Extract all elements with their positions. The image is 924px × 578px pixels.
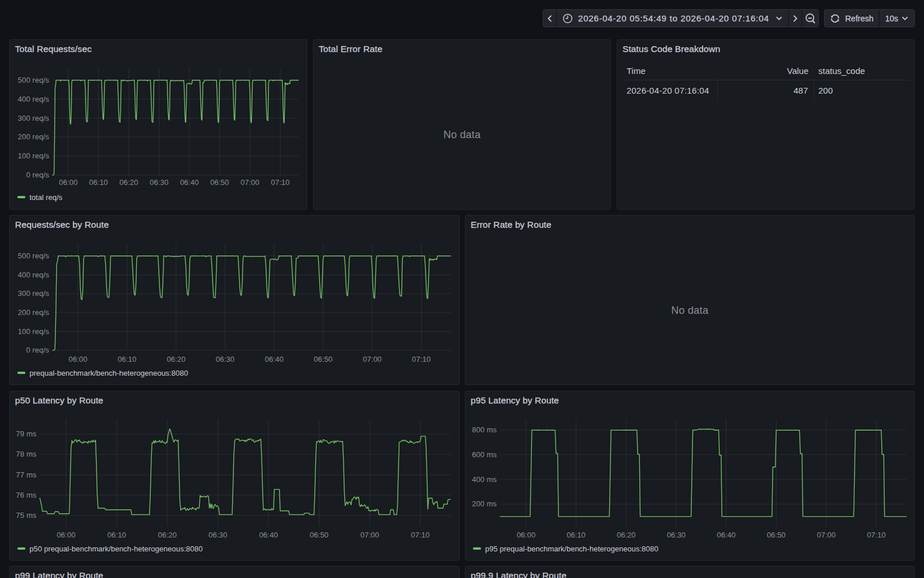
svg-text:06:20: 06:20 bbox=[617, 531, 636, 539]
svg-text:07:10: 07:10 bbox=[412, 355, 431, 364]
svg-text:78 ms: 78 ms bbox=[16, 450, 37, 458]
svg-text:300 req/s: 300 req/s bbox=[18, 289, 50, 298]
svg-text:07:00: 07:00 bbox=[817, 531, 836, 539]
svg-text:06:30: 06:30 bbox=[667, 531, 686, 539]
svg-text:06:50: 06:50 bbox=[767, 531, 786, 539]
svg-text:06:10: 06:10 bbox=[118, 355, 137, 364]
svg-text:76 ms: 76 ms bbox=[16, 491, 37, 499]
svg-text:0 req/s: 0 req/s bbox=[26, 171, 49, 179]
svg-text:06:10: 06:10 bbox=[107, 531, 126, 539]
svg-text:06:00: 06:00 bbox=[69, 355, 88, 364]
svg-text:06:30: 06:30 bbox=[150, 178, 169, 187]
svg-text:75 ms: 75 ms bbox=[16, 511, 37, 520]
svg-text:06:50: 06:50 bbox=[310, 531, 329, 539]
svg-text:100 req/s: 100 req/s bbox=[18, 327, 50, 336]
svg-text:06:10: 06:10 bbox=[567, 531, 586, 539]
svg-text:200 ms: 200 ms bbox=[472, 499, 497, 508]
svg-text:06:40: 06:40 bbox=[180, 178, 199, 187]
svg-text:06:20: 06:20 bbox=[158, 531, 177, 539]
svg-text:0 req/s: 0 req/s bbox=[26, 346, 49, 354]
svg-text:06:40: 06:40 bbox=[264, 355, 284, 364]
svg-text:400 req/s: 400 req/s bbox=[18, 95, 50, 103]
svg-text:06:30: 06:30 bbox=[216, 355, 235, 364]
svg-text:06:40: 06:40 bbox=[717, 531, 736, 539]
svg-text:07:00: 07:00 bbox=[241, 178, 260, 187]
svg-text:07:00: 07:00 bbox=[363, 355, 382, 364]
svg-text:07:10: 07:10 bbox=[411, 531, 430, 539]
svg-text:06:20: 06:20 bbox=[120, 178, 139, 187]
svg-text:06:50: 06:50 bbox=[210, 178, 229, 187]
svg-text:800 ms: 800 ms bbox=[472, 425, 497, 434]
svg-text:500 req/s: 500 req/s bbox=[18, 76, 50, 84]
svg-text:07:10: 07:10 bbox=[271, 178, 290, 187]
svg-text:06:30: 06:30 bbox=[208, 531, 228, 539]
svg-text:200 req/s: 200 req/s bbox=[18, 308, 50, 317]
svg-text:06:40: 06:40 bbox=[259, 531, 278, 539]
svg-text:06:50: 06:50 bbox=[314, 355, 333, 364]
svg-text:300 req/s: 300 req/s bbox=[18, 114, 50, 123]
svg-text:600 ms: 600 ms bbox=[472, 450, 497, 459]
svg-text:06:00: 06:00 bbox=[59, 178, 78, 187]
svg-text:400 req/s: 400 req/s bbox=[18, 271, 50, 279]
svg-text:06:00: 06:00 bbox=[57, 531, 76, 539]
svg-text:200 req/s: 200 req/s bbox=[18, 132, 50, 141]
svg-text:07:00: 07:00 bbox=[360, 531, 379, 539]
svg-text:400 ms: 400 ms bbox=[472, 475, 497, 484]
svg-text:06:20: 06:20 bbox=[167, 355, 186, 364]
svg-text:100 req/s: 100 req/s bbox=[18, 151, 50, 160]
svg-text:07:10: 07:10 bbox=[867, 531, 886, 539]
svg-text:77 ms: 77 ms bbox=[16, 470, 37, 479]
svg-text:79 ms: 79 ms bbox=[16, 429, 37, 438]
svg-text:500 req/s: 500 req/s bbox=[18, 251, 50, 260]
svg-text:06:10: 06:10 bbox=[89, 178, 108, 187]
svg-text:06:00: 06:00 bbox=[517, 531, 536, 539]
